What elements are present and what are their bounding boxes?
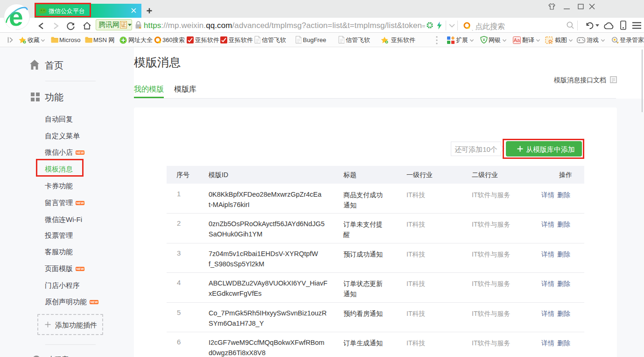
svg-text:Aa: Aa — [514, 37, 520, 43]
svg-text:¥: ¥ — [482, 37, 485, 42]
svg-text:e: e — [9, 2, 23, 31]
